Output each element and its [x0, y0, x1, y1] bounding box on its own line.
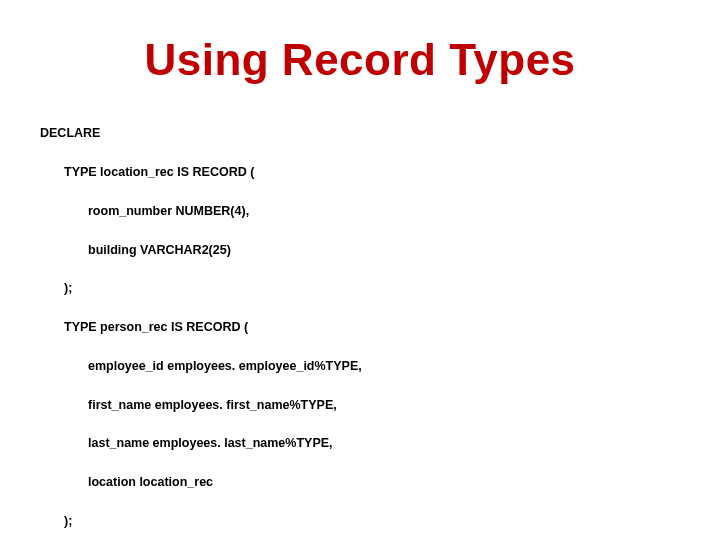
- code-line: );: [40, 512, 680, 531]
- code-line: first_name employees. first_name%TYPE,: [40, 396, 680, 415]
- code-line: building VARCHAR2(25): [40, 241, 680, 260]
- code-line: DECLARE: [40, 124, 680, 143]
- code-line: employee_id employees. employee_id%TYPE,: [40, 357, 680, 376]
- slide-title: Using Record Types: [40, 35, 680, 85]
- code-line: location location_rec: [40, 473, 680, 492]
- code-line: last_name employees. last_name%TYPE,: [40, 434, 680, 453]
- slide: Using Record Types DECLARE TYPE location…: [0, 0, 720, 540]
- code-line: );: [40, 279, 680, 298]
- code-block: DECLARE TYPE location_rec IS RECORD ( ro…: [40, 105, 680, 540]
- code-line: TYPE location_rec IS RECORD (: [40, 163, 680, 182]
- code-line: room_number NUMBER(4),: [40, 202, 680, 221]
- code-line: TYPE person_rec IS RECORD (: [40, 318, 680, 337]
